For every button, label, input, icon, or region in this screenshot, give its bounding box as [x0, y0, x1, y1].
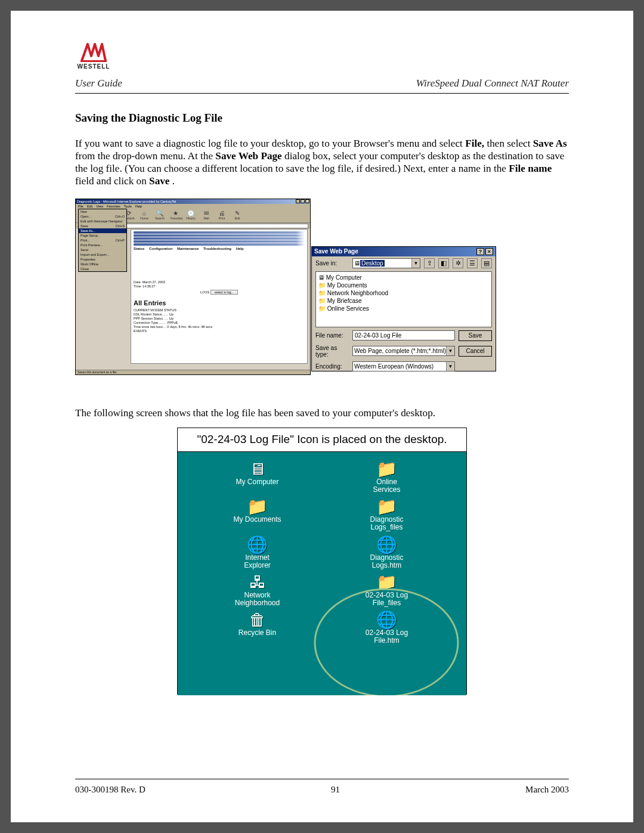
desktop-icon[interactable]: 🌐02-24-03 LogFile.htm: [325, 611, 448, 649]
header-left: User Guide: [75, 78, 122, 89]
dialog-titlebar: Save Web Page ? ×: [312, 247, 496, 256]
list-item[interactable]: My Briefcase: [318, 297, 489, 305]
icon-label: 02-24-03 LogFile.htm: [366, 629, 408, 645]
file-menu-item[interactable]: Save As...: [79, 228, 126, 233]
menu-edit[interactable]: Edit: [87, 205, 92, 208]
icon-label: OnlineServices: [373, 478, 400, 494]
file-menu-dropdown[interactable]: NewOpen...Ctrl+OEdit with Netscape Navig…: [78, 209, 127, 272]
icon-label: DiagnosticLogs_files: [370, 516, 403, 531]
banner-stripes: [134, 231, 305, 246]
type-dropdown[interactable]: Web Page, complete (*.htm;*.html) ▼: [352, 346, 455, 356]
encoding-dropdown[interactable]: Western European (Windows) ▼: [352, 361, 455, 371]
section-title: Saving the Diagnostic Log File: [75, 112, 569, 125]
desktop-caption: "02-24-03 Log File" Icon is placed on th…: [178, 428, 466, 452]
icon-glyph: 📁: [376, 574, 397, 592]
file-menu-item[interactable]: Print...Ctrl+P: [79, 238, 126, 243]
footer: 030-300198 Rev. D 91 March 2003: [75, 785, 569, 795]
search-button[interactable]: 🔍Search: [155, 210, 165, 220]
icon-glyph: 🖧: [249, 574, 266, 592]
file-menu-item[interactable]: Properties: [79, 257, 126, 262]
desktop-icon[interactable]: ◧: [438, 258, 449, 268]
file-menu-item[interactable]: Page Setup...: [79, 233, 126, 238]
desktop-icon[interactable]: 📁OnlineServices: [325, 460, 448, 498]
file-menu-item[interactable]: Print Preview...: [79, 243, 126, 247]
desktop-icon[interactable]: 🗑Recycle Bin: [196, 611, 319, 649]
logs-select[interactable]: select a log...: [210, 290, 238, 295]
ie-title: Diagnostic Logs - Microsoft Internet Exp…: [77, 200, 176, 203]
followup-text: The following screen shows that the log …: [75, 407, 569, 419]
dialog-title: Save Web Page: [314, 248, 358, 255]
save-button[interactable]: Save: [459, 330, 492, 341]
list-item[interactable]: Online Services: [318, 305, 489, 312]
close-icon[interactable]: ×: [305, 199, 309, 203]
details-view-icon[interactable]: ▤: [481, 258, 492, 268]
file-menu-item[interactable]: Import and Export...: [79, 252, 126, 257]
file-menu-item[interactable]: SaveCtrl+S: [79, 224, 126, 228]
logo-block: WESTELL: [75, 42, 569, 73]
desktop-icon[interactable]: 🌐InternetExplorer: [196, 536, 319, 574]
file-menu-item[interactable]: New: [79, 209, 126, 214]
header-row: User Guide WireSpeed Dual Connect NAT Ro…: [75, 78, 569, 89]
file-menu-item[interactable]: Edit with Netscape Navigator: [79, 219, 126, 224]
menu-help[interactable]: Help: [135, 205, 142, 208]
close-icon[interactable]: ×: [485, 248, 493, 255]
filename-input[interactable]: [352, 330, 455, 340]
icon-label: My Documents: [233, 516, 281, 524]
icon-glyph: 📁: [376, 498, 397, 516]
menu-tools[interactable]: Tools: [124, 205, 132, 208]
icon-glyph: 📁: [376, 460, 397, 478]
screenshot-desktop: "02-24-03 Log File" Icon is placed on th…: [177, 428, 467, 695]
menu-favorites[interactable]: Favorites: [107, 205, 120, 208]
chevron-down-icon[interactable]: ▼: [446, 362, 454, 371]
file-menu-item[interactable]: Close: [79, 267, 126, 271]
dialog-toolbar-icons: ⇪ ◧ ✲ ☰ ▤: [424, 258, 492, 268]
icon-label: InternetExplorer: [244, 554, 271, 569]
filename-label: File name:: [315, 332, 349, 339]
icon-glyph: 🖥: [249, 460, 266, 478]
file-menu-item[interactable]: Work Offline: [79, 262, 126, 267]
desktop-icon[interactable]: 🌐DiagnosticLogs.htm: [325, 536, 448, 574]
page-nav: Status Configuration Maintenance Trouble…: [134, 247, 305, 250]
new-folder-icon[interactable]: ✲: [453, 258, 463, 268]
icon-glyph: 🌐: [376, 611, 397, 629]
favorites-button[interactable]: ★Favorites: [171, 210, 180, 220]
list-item[interactable]: Network Neighborhood: [318, 289, 489, 297]
desktop-icon[interactable]: 📁02-24-03 LogFile_files: [325, 574, 448, 611]
list-view-icon[interactable]: ☰: [467, 258, 478, 268]
help-icon[interactable]: ?: [476, 248, 484, 255]
icon-glyph: 📁: [247, 498, 268, 516]
desktop-icon[interactable]: 🖥My Computer: [196, 460, 319, 498]
desktop-icon[interactable]: 📁DiagnosticLogs_files: [325, 498, 448, 535]
instruction-paragraph: If you want to save a diagnostic log fil…: [75, 138, 569, 188]
history-button[interactable]: 🕘History: [186, 210, 196, 220]
maximize-icon[interactable]: □: [301, 199, 305, 203]
desktop-icon[interactable]: 🖧NetworkNeighborhood: [196, 574, 319, 611]
ie-window: Diagnostic Logs - Microsoft Internet Exp…: [75, 199, 311, 375]
chevron-down-icon[interactable]: ▼: [411, 259, 420, 268]
list-item[interactable]: My Documents: [318, 281, 489, 289]
ie-titlebar: Diagnostic Logs - Microsoft Internet Exp…: [76, 199, 310, 204]
minimize-icon[interactable]: _: [296, 199, 300, 203]
ie-page-content: Status Configuration Maintenance Trouble…: [131, 229, 308, 364]
icon-label: DiagnosticLogs.htm: [370, 554, 403, 569]
home-button[interactable]: ⌂Home: [140, 210, 149, 220]
ie-menubar[interactable]: File Edit View Favorites Tools Help: [76, 204, 310, 209]
file-menu-item[interactable]: Open...Ctrl+O: [79, 214, 126, 219]
menu-file[interactable]: File: [78, 205, 83, 208]
edit-button[interactable]: ✎Edit: [233, 210, 242, 220]
chevron-down-icon[interactable]: ▼: [446, 346, 454, 355]
file-list[interactable]: My ComputerMy DocumentsNetwork Neighborh…: [315, 271, 492, 327]
file-menu-item[interactable]: Send: [79, 247, 126, 252]
header-rule: [75, 93, 569, 94]
list-item[interactable]: My Computer: [318, 274, 489, 281]
cancel-button[interactable]: Cancel: [459, 346, 492, 357]
up-folder-icon[interactable]: ⇪: [424, 258, 435, 268]
menu-view[interactable]: View: [96, 205, 103, 208]
save-in-dropdown[interactable]: 🖥 Desktop ▼: [352, 258, 420, 268]
print-button[interactable]: 🖨Print: [217, 210, 227, 220]
page-number: 91: [331, 785, 340, 795]
mail-button[interactable]: ✉Mail: [202, 210, 211, 220]
desktop-icon[interactable]: 📁My Documents: [196, 498, 319, 535]
status-lines: CURRENT MODEM STATUSDSL Modem Status....…: [134, 308, 305, 333]
icon-glyph: 🌐: [376, 536, 397, 554]
